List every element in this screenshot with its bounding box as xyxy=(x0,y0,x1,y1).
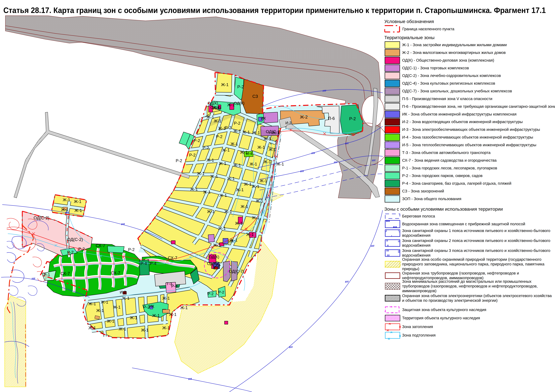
svg-text:Р-2: Р-2 xyxy=(225,125,231,130)
svg-text:Ж-1: Ж-1 xyxy=(233,163,241,167)
svg-text:СХ-7: СХ-7 xyxy=(111,271,120,275)
svg-text:Ж-1: Ж-1 xyxy=(74,199,81,204)
svg-text:Ж-1: Ж-1 xyxy=(207,209,215,214)
svg-text:Ж-1: Ж-1 xyxy=(263,137,271,141)
svg-text:СХ-7: СХ-7 xyxy=(60,271,70,276)
svg-text:Ж-1: Ж-1 xyxy=(190,187,198,192)
svg-text:Ж-1: Ж-1 xyxy=(227,102,235,107)
svg-text:ИК: ИК xyxy=(228,239,234,243)
svg-text:Ж-1: Ж-1 xyxy=(122,296,130,300)
svg-text:Р-2: Р-2 xyxy=(208,292,213,296)
svg-text:Ж-1: Ж-1 xyxy=(107,319,114,323)
svg-text:Ж-1: Ж-1 xyxy=(233,129,241,133)
svg-text:Ж-1: Ж-1 xyxy=(252,184,259,189)
svg-text:Ж-1: Ж-1 xyxy=(74,208,82,213)
svg-text:Ж-1: Ж-1 xyxy=(203,190,211,194)
svg-text:Р-2: Р-2 xyxy=(67,250,74,255)
svg-text:Ж-1: Ж-1 xyxy=(246,232,254,237)
svg-text:Т-3: Т-3 xyxy=(166,282,172,286)
svg-text:Ж-1: Ж-1 xyxy=(242,130,250,135)
svg-text:Ж-1: Ж-1 xyxy=(236,187,244,192)
svg-text:ОД(К): ОД(К) xyxy=(208,101,218,105)
svg-text:ОД(К): ОД(К) xyxy=(209,255,219,259)
svg-text:Р-4: Р-4 xyxy=(150,261,156,266)
svg-text:Ж-1: Ж-1 xyxy=(256,199,263,203)
svg-text:ОД(К): ОД(К) xyxy=(234,101,244,105)
svg-text:Р-4: Р-4 xyxy=(140,261,147,266)
svg-text:Ж-1: Ж-1 xyxy=(277,162,284,166)
svg-text:СХ-7: СХ-7 xyxy=(96,243,105,248)
svg-text:Ж-1: Ж-1 xyxy=(244,182,251,186)
svg-text:Ж-1: Ж-1 xyxy=(210,174,218,179)
svg-text:Р-2: Р-2 xyxy=(218,290,224,294)
svg-text:ОД(С-7): ОД(С-7) xyxy=(229,269,244,274)
svg-text:Р-2: Р-2 xyxy=(234,121,241,126)
svg-text:СЗ: СЗ xyxy=(252,94,258,99)
svg-text:СХ-7: СХ-7 xyxy=(168,256,177,260)
svg-text:Ж-1: Ж-1 xyxy=(113,305,121,309)
svg-text:Ж-1: Ж-1 xyxy=(130,315,137,320)
svg-text:Ж-1: Ж-1 xyxy=(219,161,226,166)
svg-text:Ж-1: Ж-1 xyxy=(63,198,70,202)
svg-text:Ж-1: Ж-1 xyxy=(180,306,188,310)
svg-text:Ж-1: Ж-1 xyxy=(88,326,96,330)
svg-text:Ж-1: Ж-1 xyxy=(152,313,160,318)
svg-text:Ж-1: Ж-1 xyxy=(218,226,226,231)
svg-text:Ж-2: Ж-2 xyxy=(300,115,308,119)
svg-text:Р-4: Р-4 xyxy=(171,284,178,288)
svg-text:П-6: П-6 xyxy=(328,116,335,121)
svg-text:Ж-1: Ж-1 xyxy=(119,327,126,331)
svg-text:Ж-1: Ж-1 xyxy=(197,171,204,176)
svg-text:Р-2: Р-2 xyxy=(194,138,200,143)
svg-text:И-2: И-2 xyxy=(120,290,126,294)
svg-text:Ж-1: Ж-1 xyxy=(214,119,221,123)
svg-text:Р-2: Р-2 xyxy=(189,153,196,157)
svg-text:Ж-1: Ж-1 xyxy=(219,193,227,198)
svg-text:Ж-1: Ж-1 xyxy=(218,126,226,131)
svg-text:Ж-1: Ж-1 xyxy=(222,148,230,152)
svg-text:Р-1: Р-1 xyxy=(44,272,50,277)
svg-text:ОД(С-2): ОД(С-2) xyxy=(67,237,83,242)
svg-text:Р-2: Р-2 xyxy=(78,247,85,251)
svg-text:Ж-1: Ж-1 xyxy=(169,312,176,317)
svg-text:Р-2: Р-2 xyxy=(176,158,182,163)
svg-text:Р-2: Р-2 xyxy=(349,116,356,121)
svg-text:Ж-1: Ж-1 xyxy=(213,243,221,247)
svg-text:Ж-1: Ж-1 xyxy=(257,145,265,150)
svg-text:Ж-1: Ж-1 xyxy=(252,215,259,220)
svg-text:Ж-1: Ж-1 xyxy=(260,178,267,183)
svg-text:Ж-1: Ж-1 xyxy=(206,115,214,119)
svg-text:Ж-1: Ж-1 xyxy=(96,308,104,313)
svg-text:Р-2: Р-2 xyxy=(143,305,150,309)
svg-text:Р-2: Р-2 xyxy=(216,134,222,139)
svg-text:ИК: ИК xyxy=(261,116,266,121)
svg-text:И-4: И-4 xyxy=(246,151,252,156)
svg-text:Ж-1: Ж-1 xyxy=(221,82,228,87)
svg-text:И-3: И-3 xyxy=(285,121,292,125)
svg-text:Р-2: Р-2 xyxy=(237,85,244,89)
svg-text:ОД(С-1): ОД(С-1) xyxy=(266,129,281,134)
svg-text:Ж-1: Ж-1 xyxy=(263,160,271,164)
svg-text:ИК: ИК xyxy=(216,263,221,267)
svg-text:Ж-1: Ж-1 xyxy=(227,176,235,181)
svg-text:Р-2: Р-2 xyxy=(203,146,209,150)
svg-text:Ж-1: Ж-1 xyxy=(249,162,257,166)
svg-text:ОД(К): ОД(К) xyxy=(210,106,221,110)
svg-text:Ж-1: Ж-1 xyxy=(162,296,170,300)
svg-text:Ж-1: Ж-1 xyxy=(241,204,248,209)
svg-text:Ж-1: Ж-1 xyxy=(88,301,96,306)
svg-text:Ж-1: Ж-1 xyxy=(269,147,276,152)
svg-text:Ж-1: Ж-1 xyxy=(162,326,170,330)
svg-text:ОД(С-2): ОД(С-2) xyxy=(34,216,49,220)
svg-text:Ж-1: Ж-1 xyxy=(206,158,214,163)
svg-text:Р-2: Р-2 xyxy=(128,247,135,252)
svg-text:Ж-1: Ж-1 xyxy=(231,142,238,146)
svg-text:Ж-1: Ж-1 xyxy=(101,300,108,305)
svg-text:Ж-1: Ж-1 xyxy=(224,209,232,214)
svg-text:Ж-1: Ж-1 xyxy=(141,328,148,332)
svg-text:Ж-1: Ж-1 xyxy=(252,130,260,135)
svg-text:Ж-1: Ж-1 xyxy=(61,207,68,212)
svg-text:Ж-1: Ж-1 xyxy=(235,221,242,226)
